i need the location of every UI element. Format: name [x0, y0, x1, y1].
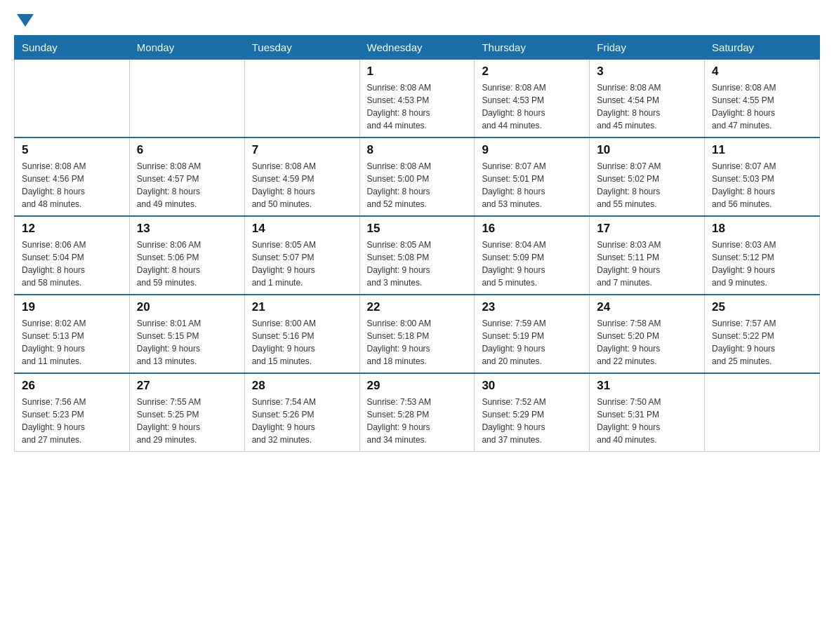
day-number: 28	[252, 379, 352, 393]
day-info: Sunrise: 8:07 AM Sunset: 5:02 PM Dayligh…	[597, 160, 697, 210]
day-number: 3	[597, 65, 697, 79]
day-number: 9	[482, 143, 582, 157]
calendar-day-cell: 24Sunrise: 7:58 AM Sunset: 5:20 PM Dayli…	[590, 295, 705, 373]
day-number: 8	[367, 143, 468, 157]
day-number: 14	[252, 222, 352, 236]
calendar-day-cell: 16Sunrise: 8:04 AM Sunset: 5:09 PM Dayli…	[475, 216, 590, 295]
day-number: 11	[712, 143, 812, 157]
day-number: 4	[712, 65, 812, 79]
day-number: 22	[367, 300, 468, 314]
weekday-header-sunday: Sunday	[15, 36, 130, 60]
calendar-day-cell: 8Sunrise: 8:08 AM Sunset: 5:00 PM Daylig…	[359, 137, 475, 216]
weekday-header-monday: Monday	[129, 36, 244, 60]
day-number: 27	[137, 379, 237, 393]
day-info: Sunrise: 8:08 AM Sunset: 4:57 PM Dayligh…	[137, 160, 237, 210]
calendar-day-cell: 4Sunrise: 8:08 AM Sunset: 4:55 PM Daylig…	[705, 60, 820, 138]
day-info: Sunrise: 8:05 AM Sunset: 5:07 PM Dayligh…	[252, 239, 352, 289]
day-info: Sunrise: 8:02 AM Sunset: 5:13 PM Dayligh…	[22, 317, 122, 368]
day-info: Sunrise: 7:59 AM Sunset: 5:19 PM Dayligh…	[482, 317, 582, 368]
calendar-day-cell: 15Sunrise: 8:05 AM Sunset: 5:08 PM Dayli…	[359, 216, 475, 295]
calendar-day-cell: 1Sunrise: 8:08 AM Sunset: 4:53 PM Daylig…	[359, 60, 475, 138]
calendar-week-row: 1Sunrise: 8:08 AM Sunset: 4:53 PM Daylig…	[15, 60, 820, 138]
calendar-table: SundayMondayTuesdayWednesdayThursdayFrid…	[14, 35, 820, 452]
day-info: Sunrise: 8:06 AM Sunset: 5:04 PM Dayligh…	[22, 239, 122, 289]
day-info: Sunrise: 8:08 AM Sunset: 4:53 PM Dayligh…	[482, 81, 582, 132]
calendar-day-cell: 20Sunrise: 8:01 AM Sunset: 5:15 PM Dayli…	[129, 295, 244, 373]
calendar-day-cell: 14Sunrise: 8:05 AM Sunset: 5:07 PM Dayli…	[244, 216, 359, 295]
calendar-day-cell: 3Sunrise: 8:08 AM Sunset: 4:54 PM Daylig…	[590, 60, 705, 138]
day-info: Sunrise: 8:04 AM Sunset: 5:09 PM Dayligh…	[482, 239, 582, 289]
calendar-day-cell: 22Sunrise: 8:00 AM Sunset: 5:18 PM Dayli…	[359, 295, 475, 373]
calendar-day-cell: 28Sunrise: 7:54 AM Sunset: 5:26 PM Dayli…	[244, 373, 359, 452]
day-number: 5	[22, 143, 122, 157]
calendar-week-row: 19Sunrise: 8:02 AM Sunset: 5:13 PM Dayli…	[15, 295, 820, 373]
day-number: 18	[712, 222, 812, 236]
day-info: Sunrise: 7:50 AM Sunset: 5:31 PM Dayligh…	[597, 396, 697, 446]
day-info: Sunrise: 8:07 AM Sunset: 5:03 PM Dayligh…	[712, 160, 812, 210]
weekday-header-friday: Friday	[590, 36, 705, 60]
calendar-week-row: 5Sunrise: 8:08 AM Sunset: 4:56 PM Daylig…	[15, 137, 820, 216]
day-info: Sunrise: 7:53 AM Sunset: 5:28 PM Dayligh…	[367, 396, 468, 446]
weekday-header-tuesday: Tuesday	[244, 36, 359, 60]
day-number: 26	[22, 379, 122, 393]
calendar-day-cell: 12Sunrise: 8:06 AM Sunset: 5:04 PM Dayli…	[15, 216, 130, 295]
day-number: 12	[22, 222, 122, 236]
day-number: 17	[597, 222, 697, 236]
calendar-day-cell: 19Sunrise: 8:02 AM Sunset: 5:13 PM Dayli…	[15, 295, 130, 373]
day-number: 7	[252, 143, 352, 157]
day-info: Sunrise: 8:08 AM Sunset: 4:56 PM Dayligh…	[22, 160, 122, 210]
calendar-day-cell: 9Sunrise: 8:07 AM Sunset: 5:01 PM Daylig…	[475, 137, 590, 216]
day-info: Sunrise: 8:08 AM Sunset: 5:00 PM Dayligh…	[367, 160, 468, 210]
calendar-day-cell: 11Sunrise: 8:07 AM Sunset: 5:03 PM Dayli…	[705, 137, 820, 216]
day-info: Sunrise: 8:08 AM Sunset: 4:59 PM Dayligh…	[252, 160, 352, 210]
calendar-day-cell	[244, 60, 359, 138]
day-info: Sunrise: 8:03 AM Sunset: 5:11 PM Dayligh…	[597, 239, 697, 289]
day-number: 6	[137, 143, 237, 157]
day-info: Sunrise: 8:00 AM Sunset: 5:16 PM Dayligh…	[252, 317, 352, 368]
day-number: 25	[712, 300, 812, 314]
calendar-day-cell	[129, 60, 244, 138]
day-info: Sunrise: 7:56 AM Sunset: 5:23 PM Dayligh…	[22, 396, 122, 446]
calendar-day-cell	[705, 373, 820, 452]
calendar-day-cell: 18Sunrise: 8:03 AM Sunset: 5:12 PM Dayli…	[705, 216, 820, 295]
page-header	[14, 14, 820, 28]
day-info: Sunrise: 8:00 AM Sunset: 5:18 PM Dayligh…	[367, 317, 468, 368]
day-number: 31	[597, 379, 697, 393]
calendar-day-cell: 26Sunrise: 7:56 AM Sunset: 5:23 PM Dayli…	[15, 373, 130, 452]
day-number: 24	[597, 300, 697, 314]
calendar-day-cell: 25Sunrise: 7:57 AM Sunset: 5:22 PM Dayli…	[705, 295, 820, 373]
day-number: 20	[137, 300, 237, 314]
calendar-day-cell: 10Sunrise: 8:07 AM Sunset: 5:02 PM Dayli…	[590, 137, 705, 216]
weekday-header-row: SundayMondayTuesdayWednesdayThursdayFrid…	[15, 36, 820, 60]
calendar-week-row: 26Sunrise: 7:56 AM Sunset: 5:23 PM Dayli…	[15, 373, 820, 452]
day-info: Sunrise: 7:55 AM Sunset: 5:25 PM Dayligh…	[137, 396, 237, 446]
calendar-day-cell: 17Sunrise: 8:03 AM Sunset: 5:11 PM Dayli…	[590, 216, 705, 295]
calendar-day-cell: 6Sunrise: 8:08 AM Sunset: 4:57 PM Daylig…	[129, 137, 244, 216]
calendar-day-cell: 7Sunrise: 8:08 AM Sunset: 4:59 PM Daylig…	[244, 137, 359, 216]
logo-triangle-icon	[17, 14, 34, 27]
day-info: Sunrise: 8:03 AM Sunset: 5:12 PM Dayligh…	[712, 239, 812, 289]
day-number: 30	[482, 379, 582, 393]
calendar-day-cell: 21Sunrise: 8:00 AM Sunset: 5:16 PM Dayli…	[244, 295, 359, 373]
day-info: Sunrise: 8:08 AM Sunset: 4:55 PM Dayligh…	[712, 81, 812, 132]
day-info: Sunrise: 8:07 AM Sunset: 5:01 PM Dayligh…	[482, 160, 582, 210]
day-info: Sunrise: 8:06 AM Sunset: 5:06 PM Dayligh…	[137, 239, 237, 289]
logo	[14, 14, 34, 28]
day-info: Sunrise: 8:05 AM Sunset: 5:08 PM Dayligh…	[367, 239, 468, 289]
day-number: 2	[482, 65, 582, 79]
weekday-header-thursday: Thursday	[475, 36, 590, 60]
day-number: 16	[482, 222, 582, 236]
calendar-day-cell: 13Sunrise: 8:06 AM Sunset: 5:06 PM Dayli…	[129, 216, 244, 295]
calendar-day-cell: 27Sunrise: 7:55 AM Sunset: 5:25 PM Dayli…	[129, 373, 244, 452]
weekday-header-saturday: Saturday	[705, 36, 820, 60]
day-info: Sunrise: 8:08 AM Sunset: 4:54 PM Dayligh…	[597, 81, 697, 132]
day-number: 13	[137, 222, 237, 236]
day-number: 1	[367, 65, 468, 79]
calendar-week-row: 12Sunrise: 8:06 AM Sunset: 5:04 PM Dayli…	[15, 216, 820, 295]
calendar-day-cell: 31Sunrise: 7:50 AM Sunset: 5:31 PM Dayli…	[590, 373, 705, 452]
day-info: Sunrise: 7:54 AM Sunset: 5:26 PM Dayligh…	[252, 396, 352, 446]
calendar-day-cell: 23Sunrise: 7:59 AM Sunset: 5:19 PM Dayli…	[475, 295, 590, 373]
calendar-day-cell: 29Sunrise: 7:53 AM Sunset: 5:28 PM Dayli…	[359, 373, 475, 452]
calendar-day-cell: 5Sunrise: 8:08 AM Sunset: 4:56 PM Daylig…	[15, 137, 130, 216]
day-number: 29	[367, 379, 468, 393]
